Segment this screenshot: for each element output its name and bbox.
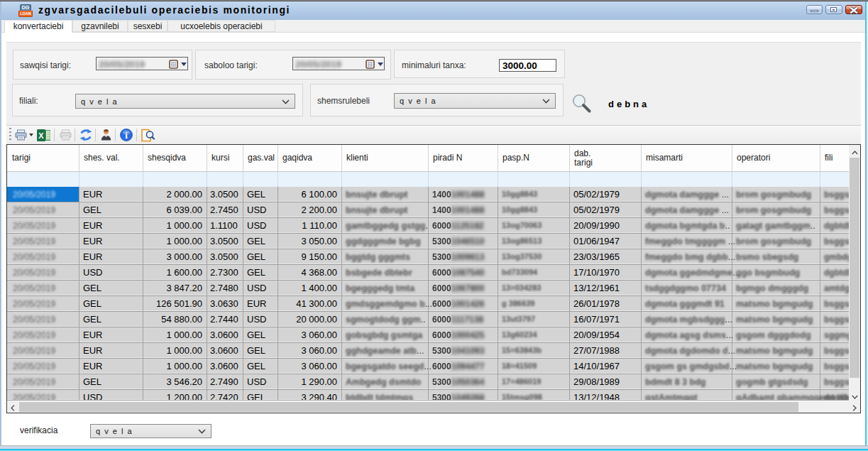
svg-text:i: i [125,130,128,141]
svg-text:X: X [38,131,44,140]
